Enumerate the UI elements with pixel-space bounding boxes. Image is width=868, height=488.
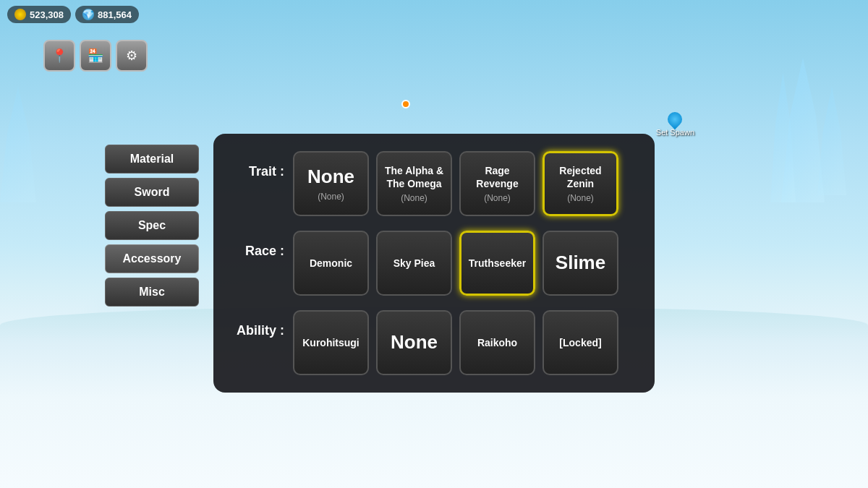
top-buttons: 523,308 💎 881,564 — [7, 6, 139, 23]
ability-section: Ability : Kurohitsugi None Raikoho [Lock… — [234, 310, 634, 375]
ability-card-raikoho[interactable]: Raikoho — [459, 310, 535, 375]
gem-amount: 881,564 — [98, 9, 132, 20]
map-button[interactable]: 📍 — [43, 40, 75, 72]
icon-buttons: 📍 🏪 ⚙ — [43, 40, 148, 72]
trait-cards: None (None) The Alpha & The Omega (None)… — [293, 151, 618, 216]
trait-none-text: None — [307, 166, 354, 188]
spawn-marker: Set Spawn — [656, 112, 694, 137]
race-card-truthseeker[interactable]: Truthseeker — [459, 231, 535, 296]
gold-icon — [14, 9, 26, 20]
sidebar-item-misc[interactable]: Misc — [105, 278, 199, 307]
gem-currency: 💎 881,564 — [75, 6, 139, 23]
trait-rage-sub: (None) — [484, 193, 511, 203]
spawn-label: Set Spawn — [656, 128, 694, 137]
spawn-pin — [665, 109, 685, 129]
character-dot — [401, 100, 410, 108]
sidebar-item-accessory[interactable]: Accessory — [105, 244, 199, 273]
trait-label: Trait : — [234, 151, 284, 179]
ability-rai-text: Raikoho — [477, 336, 517, 349]
trait-rejected-text: Rejected Zenin — [549, 164, 612, 190]
trait-alpha-omega-text: The Alpha & The Omega — [382, 164, 446, 190]
trait-rejected-sub: (None) — [567, 193, 594, 203]
shop-button[interactable]: 🏪 — [80, 40, 111, 72]
trait-section: Trait : None (None) The Alpha & The Omeg… — [234, 151, 634, 216]
ability-locked-text: [Locked] — [559, 336, 601, 349]
race-demonic-text: Demonic — [310, 257, 352, 270]
main-panel: Trait : None (None) The Alpha & The Omeg… — [213, 134, 655, 393]
trait-card-none[interactable]: None (None) — [293, 151, 369, 216]
race-label: Race : — [234, 231, 284, 259]
race-slime-text: Slime — [556, 252, 605, 274]
ability-card-kurohitsugi[interactable]: Kurohitsugi — [293, 310, 369, 375]
gold-currency: 523,308 — [7, 6, 71, 23]
gold-amount: 523,308 — [30, 9, 64, 20]
ability-cards: Kurohitsugi None Raikoho [Locked] — [293, 310, 618, 375]
ability-card-locked[interactable]: [Locked] — [542, 310, 618, 375]
race-section: Race : Demonic Sky Piea Truthseeker Slim… — [234, 231, 634, 296]
sidebar-item-spec[interactable]: Spec — [105, 211, 199, 240]
ability-label: Ability : — [234, 310, 284, 338]
trait-card-rage-revenge[interactable]: Rage Revenge (None) — [459, 151, 535, 216]
race-truth-text: Truthseeker — [469, 257, 526, 270]
trait-alpha-omega-sub: (None) — [401, 193, 427, 203]
settings-button[interactable]: ⚙ — [116, 40, 148, 72]
trait-rage-text: Rage Revenge — [465, 164, 529, 190]
trait-none-sub: (None) — [318, 192, 344, 202]
race-card-demonic[interactable]: Demonic — [293, 231, 369, 296]
ability-kuro-text: Kurohitsugi — [302, 336, 359, 349]
race-cards: Demonic Sky Piea Truthseeker Slime — [293, 231, 618, 296]
race-card-slime[interactable]: Slime — [542, 231, 618, 296]
sidebar-item-material[interactable]: Material — [105, 145, 199, 174]
race-card-sky-piea[interactable]: Sky Piea — [376, 231, 452, 296]
race-sky-text: Sky Piea — [393, 257, 435, 270]
sidebar: Material Sword Spec Accessory Misc — [105, 145, 199, 307]
ability-card-none[interactable]: None — [376, 310, 452, 375]
trait-card-alpha-omega[interactable]: The Alpha & The Omega (None) — [376, 151, 452, 216]
gem-icon: 💎 — [82, 9, 94, 20]
sidebar-item-sword[interactable]: Sword — [105, 178, 199, 207]
trait-card-rejected-zenin[interactable]: Rejected Zenin (None) — [542, 151, 618, 216]
ability-none-text: None — [391, 331, 438, 354]
